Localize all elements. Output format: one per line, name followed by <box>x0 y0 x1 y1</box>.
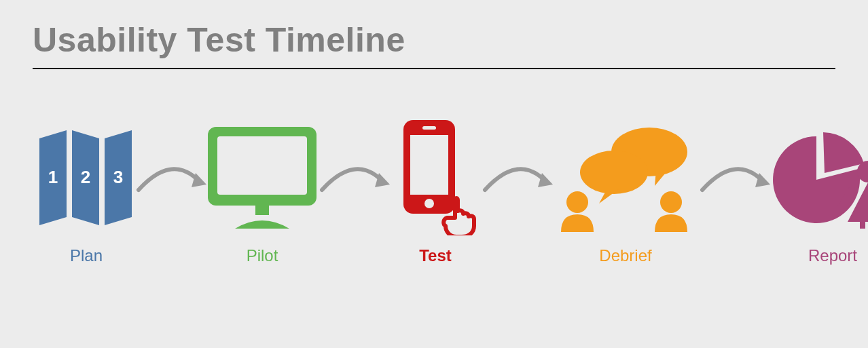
step-label-debrief: Debrief <box>599 246 651 265</box>
page-title: Usability Test Timeline <box>33 20 835 60</box>
step-label-report: Report <box>808 246 857 265</box>
step-label-plan: Plan <box>70 246 103 265</box>
title-underline <box>33 68 835 69</box>
svg-rect-6 <box>217 136 307 195</box>
monitor-icon <box>208 127 317 229</box>
step-plan: 1 2 3 Plan <box>39 127 133 265</box>
pie-person-icon <box>772 127 868 229</box>
step-label-pilot: Pilot <box>247 246 278 265</box>
step-report: Report <box>772 127 868 265</box>
svg-point-18 <box>660 191 682 213</box>
discussion-icon <box>554 127 697 229</box>
step-debrief: Debrief <box>554 127 697 265</box>
svg-point-11 <box>424 199 434 208</box>
map-number-1: 1 <box>48 167 58 187</box>
arrow-icon <box>480 128 554 230</box>
phone-touch-icon <box>391 127 480 229</box>
svg-rect-5 <box>255 206 269 215</box>
svg-rect-9 <box>410 135 448 195</box>
step-pilot: Pilot <box>208 127 317 265</box>
timeline-row: 1 2 3 Plan <box>33 127 835 265</box>
svg-point-15 <box>580 151 648 194</box>
step-test: Test <box>391 127 480 265</box>
svg-rect-10 <box>422 126 436 130</box>
map-icon: 1 2 3 <box>39 127 133 229</box>
svg-point-17 <box>566 191 588 213</box>
map-number-3: 3 <box>113 167 123 187</box>
map-number-2: 2 <box>81 167 90 187</box>
arrow-icon <box>317 128 391 230</box>
step-label-test: Test <box>419 246 452 265</box>
arrow-icon <box>697 128 772 230</box>
arrow-icon <box>133 128 208 230</box>
svg-rect-22 <box>860 220 865 229</box>
